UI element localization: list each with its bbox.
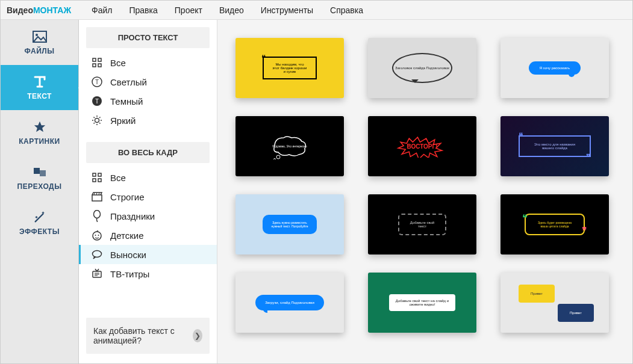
svg-text:T: T <box>95 79 99 85</box>
cat-holidays[interactable]: Праздники <box>79 206 217 226</box>
menu-project[interactable]: Проект <box>166 1 211 19</box>
template-thumb[interactable]: Я думаю, Это интересно <box>235 116 344 176</box>
tv-icon <box>91 268 103 280</box>
template-thumb[interactable]: Добавьте свой текст <box>368 194 476 254</box>
circle-t-icon: T <box>91 76 103 88</box>
rail-label: ЭФФЕКТЫ <box>19 227 60 236</box>
rail-files[interactable]: ФАЙЛЫ <box>1 20 78 65</box>
app-logo: ВидеоМОНТАЖ <box>7 5 71 15</box>
speech-icon <box>91 248 103 261</box>
svg-line-19 <box>94 123 95 124</box>
rail-transitions[interactable]: ПЕРЕХОДЫ <box>1 155 78 200</box>
group-header-fullframe: ВО ВЕСЬ КАДР <box>86 142 210 163</box>
thumb-text: Я хочу рассказать <box>529 61 581 75</box>
thumb-text: Заголовок слайда Подзаголовок <box>392 53 452 83</box>
menu-file[interactable]: Файл <box>83 1 120 19</box>
sun-icon <box>91 114 103 126</box>
cat-label: Все <box>110 173 126 183</box>
menubar: ВидеоМОНТАЖ Файл Правка Проект Видео Инс… <box>1 1 632 20</box>
group-header-simple: ПРОСТО ТЕКСТ <box>86 27 210 48</box>
categories-panel: ПРОСТО ТЕКСТ Все T Светлый T Темный Ярки… <box>79 20 217 363</box>
template-thumb[interactable]: Здесь будет размещена ваша цитата слайда <box>500 194 609 254</box>
thumb-text: Привет <box>519 285 555 303</box>
rail-text[interactable]: ТЕКСТ <box>1 65 78 110</box>
svg-rect-23 <box>93 179 96 182</box>
template-gallery: Мы находим, что этот балдеж хороши и сух… <box>217 20 632 363</box>
cat-label: ТВ-титры <box>110 269 149 279</box>
cat-all-simple[interactable]: Все <box>79 53 217 72</box>
baby-icon <box>91 229 103 241</box>
cat-label: Темный <box>110 96 143 106</box>
menu-video[interactable]: Видео <box>211 1 252 19</box>
svg-text:T: T <box>95 98 99 105</box>
rail-effects[interactable]: ЭФФЕКТЫ <box>1 200 78 245</box>
template-thumb[interactable]: ВОСТОРГ! <box>368 116 476 176</box>
rail-label: ПЕРЕХОДЫ <box>17 182 62 191</box>
thumb-text: Здесь будет размещена ваша цитата слайда <box>525 214 585 235</box>
svg-rect-4 <box>93 58 96 61</box>
cat-bright[interactable]: Яркий <box>79 111 217 130</box>
cat-callouts[interactable]: Выноски <box>79 245 217 264</box>
thumb-text: Это место для названия вашего слайда <box>519 135 591 157</box>
template-thumb[interactable]: Загрузи, слайд Подзаголовки <box>235 273 344 333</box>
cat-label: Светлый <box>110 77 147 87</box>
circle-t-fill-icon: T <box>91 95 103 107</box>
text-icon <box>33 75 47 89</box>
cat-tvtitles[interactable]: ТВ-титры <box>79 264 217 283</box>
image-icon <box>33 29 47 44</box>
chevron-right-icon: ❯ <box>193 329 202 342</box>
thumb-text: Добавьте свой текст <box>398 214 446 235</box>
transitions-icon <box>33 165 47 179</box>
cat-label: Детские <box>110 230 144 241</box>
svg-rect-5 <box>98 58 101 61</box>
svg-point-29 <box>94 211 101 218</box>
thumb-text: Мы находим, что этот балдеж хороши и сух… <box>263 57 317 79</box>
star-icon <box>33 120 47 134</box>
clapperboard-icon <box>91 191 103 203</box>
cat-light[interactable]: T Светлый <box>79 72 217 91</box>
template-thumb[interactable]: Добавьте свой текст на слайд и оживите в… <box>368 273 476 333</box>
svg-point-32 <box>98 235 99 236</box>
cat-label: Выноски <box>110 250 146 260</box>
svg-rect-3 <box>40 170 46 176</box>
menu-tools[interactable]: Инструменты <box>252 1 322 19</box>
rail-label: ТЕКСТ <box>27 92 52 100</box>
help-button[interactable]: Как добавить текст с анимацией? ❯ <box>86 318 210 354</box>
cat-label: Строгие <box>110 192 145 202</box>
cat-all-full[interactable]: Все <box>79 168 217 187</box>
left-rail: ФАЙЛЫ ТЕКСТ КАРТИНКИ ПЕРЕХОДЫ ЭФФЕКТЫ <box>1 20 79 363</box>
svg-rect-2 <box>34 168 40 174</box>
svg-rect-25 <box>92 195 102 201</box>
cat-label: Праздники <box>110 211 155 221</box>
menu-help[interactable]: Справка <box>322 1 372 19</box>
svg-rect-22 <box>98 173 101 176</box>
template-thumb[interactable]: Мы находим, что этот балдеж хороши и сух… <box>235 38 344 98</box>
cat-label: Все <box>110 58 126 68</box>
template-thumb[interactable]: Это место для названия вашего слайда <box>500 116 609 176</box>
svg-rect-7 <box>98 64 101 67</box>
thumb-text: Я думаю, Это интересно <box>269 133 311 159</box>
thumb-text: Привет <box>558 304 594 322</box>
thumb-text: Загрузи, слайд Подзаголовки <box>255 295 324 310</box>
svg-point-31 <box>95 235 96 236</box>
template-thumb[interactable]: Здесь нужно разместить нужный текст. Поп… <box>235 194 344 254</box>
menu-edit[interactable]: Правка <box>120 1 166 19</box>
template-thumb[interactable]: Привет Привет <box>500 273 609 333</box>
grid-icon <box>91 171 103 184</box>
cat-kids[interactable]: Детские <box>79 226 217 245</box>
thumb-text: ВОСТОРГ! <box>407 143 437 150</box>
svg-point-1 <box>36 34 38 36</box>
svg-line-20 <box>99 117 101 119</box>
balloon-icon <box>91 210 103 222</box>
template-thumb[interactable]: Я хочу рассказать <box>500 38 609 98</box>
template-thumb[interactable]: Заголовок слайда Подзаголовок <box>368 38 476 98</box>
svg-rect-21 <box>93 173 96 176</box>
cat-dark[interactable]: T Темный <box>79 91 217 111</box>
cat-label: Яркий <box>110 116 136 126</box>
svg-line-18 <box>99 123 101 124</box>
rail-label: ФАЙЛЫ <box>25 47 55 55</box>
rail-pictures[interactable]: КАРТИНКИ <box>1 110 78 155</box>
svg-rect-24 <box>98 179 101 182</box>
svg-point-30 <box>93 232 101 240</box>
cat-strict[interactable]: Строгие <box>79 187 217 206</box>
